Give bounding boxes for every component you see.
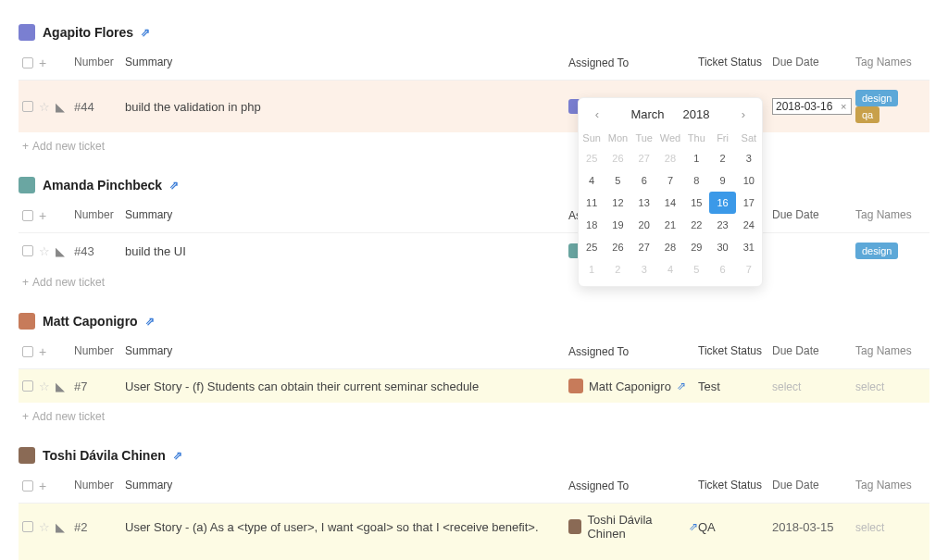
external-link-icon[interactable]: ⇗ [173,449,182,462]
column-header-number[interactable]: Number [74,56,125,70]
ticket-assignee[interactable]: Matt Caponigro⇗ [568,379,698,393]
datepicker-day[interactable]: 5 [605,169,630,192]
column-header-number[interactable]: Number [74,479,125,493]
column-header-summary[interactable]: Summary [125,56,568,70]
external-link-icon[interactable]: ⇗ [169,179,179,192]
next-month-button[interactable]: › [734,107,753,121]
prev-month-button[interactable]: ‹ [588,107,606,121]
datepicker-day[interactable]: 26 [605,147,630,169]
datepicker-day[interactable]: 11 [579,192,605,214]
datepicker-day[interactable]: 28 [657,147,683,169]
tags-select[interactable]: select [855,380,884,393]
bookmark-icon[interactable]: ◣ [56,520,65,534]
add-icon[interactable]: + [39,56,46,70]
ticket-summary[interactable]: User Story - (a) As a <type of user>, I … [125,520,568,534]
datepicker-day[interactable]: 30 [709,236,735,258]
add-new-ticket-button[interactable]: +Add new ticket [19,132,929,153]
add-new-ticket-button[interactable]: +Add new ticket [19,268,929,289]
star-icon[interactable]: ☆ [39,244,50,258]
table-row[interactable]: ☆◣#43build the UIAmanda Pincdesign [19,233,929,268]
datepicker-day[interactable]: 17 [736,192,762,214]
select-all-checkbox[interactable] [22,210,33,221]
column-header-due[interactable]: Due Date [772,56,855,70]
datepicker-day[interactable]: 15 [683,192,709,214]
column-header-tags[interactable]: Tag Names [855,56,929,70]
star-icon[interactable]: ☆ [39,100,50,114]
datepicker-day[interactable]: 25 [579,236,605,258]
ticket-number[interactable]: #2 [74,520,125,534]
datepicker-day[interactable]: 1 [579,258,605,280]
datepicker-day[interactable]: 4 [657,258,683,280]
column-header-status[interactable]: Ticket Status [698,344,772,359]
ticket-due-date[interactable]: 2018-03-15 [772,520,855,534]
datepicker-year[interactable]: 2018 [683,107,710,121]
datepicker-day[interactable]: 13 [631,192,657,214]
ticket-assignee[interactable]: Toshi Dávila Chinen⇗ [568,513,698,541]
add-new-ticket-button[interactable]: +Add new ticket [19,403,929,423]
datepicker-day[interactable]: 29 [683,236,709,258]
table-row[interactable]: ☆◣#44build the validation in phpAgapito … [19,81,929,132]
row-checkbox[interactable] [22,380,33,392]
datepicker-day[interactable]: 18 [579,214,605,236]
column-header-due[interactable]: Due Date [772,479,855,493]
table-row[interactable]: ☆◣#7User Story - (f) Students can obtain… [19,369,929,403]
column-header-summary[interactable]: Summary [125,208,568,223]
tag-badge[interactable]: design [855,90,898,106]
select-all-checkbox[interactable] [22,346,33,357]
datepicker-day[interactable]: 27 [631,147,657,169]
bookmark-icon[interactable]: ◣ [56,244,65,258]
external-link-icon[interactable]: ⇗ [141,26,150,39]
datepicker-day[interactable]: 28 [657,236,683,258]
ticket-status[interactable]: QA [698,520,772,534]
datepicker-day[interactable]: 6 [709,258,735,280]
datepicker-day-selected[interactable]: 16 [709,192,735,214]
column-header-due[interactable]: Due Date [772,208,855,223]
tags-select[interactable]: select [855,521,884,534]
datepicker-day[interactable]: 31 [736,236,762,258]
datepicker-day[interactable]: 24 [736,214,762,236]
ticket-summary[interactable]: User Story - (f) Students can obtain the… [125,380,568,393]
tag-badge[interactable]: design [855,243,898,259]
due-date-input[interactable] [776,100,839,113]
external-link-icon[interactable]: ⇗ [145,315,155,328]
bookmark-icon[interactable]: ◣ [56,100,65,114]
column-header-assigned[interactable]: Assigned To [568,344,698,359]
datepicker-day[interactable]: 5 [683,258,709,280]
column-header-status[interactable]: Ticket Status [698,479,772,493]
datepicker-day[interactable]: 19 [605,214,630,236]
ticket-tags[interactable]: select [855,520,929,534]
add-icon[interactable]: + [39,479,46,493]
table-row[interactable]: ☆◣#2User Story - (a) As a <type of user>… [19,504,929,550]
datepicker-day[interactable]: 20 [631,214,657,236]
ticket-number[interactable]: #7 [74,380,125,393]
row-checkbox[interactable] [22,245,33,256]
datepicker-day[interactable]: 7 [657,169,683,192]
star-icon[interactable]: ☆ [39,520,50,534]
ticket-tags[interactable]: select [855,380,929,393]
datepicker-day[interactable]: 3 [736,147,762,169]
datepicker-day[interactable]: 26 [605,236,630,258]
datepicker-day[interactable]: 22 [683,214,709,236]
datepicker-day[interactable]: 2 [709,147,735,169]
add-icon[interactable]: + [39,208,46,223]
column-header-summary[interactable]: Summary [125,479,568,493]
row-checkbox[interactable] [22,101,33,112]
column-header-number[interactable]: Number [74,344,125,359]
datepicker-day[interactable]: 1 [683,147,709,169]
ticket-tags[interactable]: design [855,243,929,259]
select-all-checkbox[interactable] [22,480,33,492]
ticket-summary[interactable]: build the UI [125,244,568,258]
datepicker-day[interactable]: 23 [709,214,735,236]
datepicker-day[interactable]: 8 [683,169,709,192]
column-header-summary[interactable]: Summary [125,344,568,359]
ticket-number[interactable]: #44 [74,100,125,114]
datepicker-day[interactable]: 10 [736,169,762,192]
ticket-summary[interactable]: build the validation in php [125,100,568,114]
datepicker-day[interactable]: 2 [605,258,630,280]
add-icon[interactable]: + [39,344,46,359]
due-date-select[interactable]: select [772,380,801,393]
ticket-due-date[interactable]: select [772,380,855,393]
datepicker-day[interactable]: 21 [657,214,683,236]
datepicker-day[interactable]: 25 [579,147,605,169]
star-icon[interactable]: ☆ [39,380,50,393]
